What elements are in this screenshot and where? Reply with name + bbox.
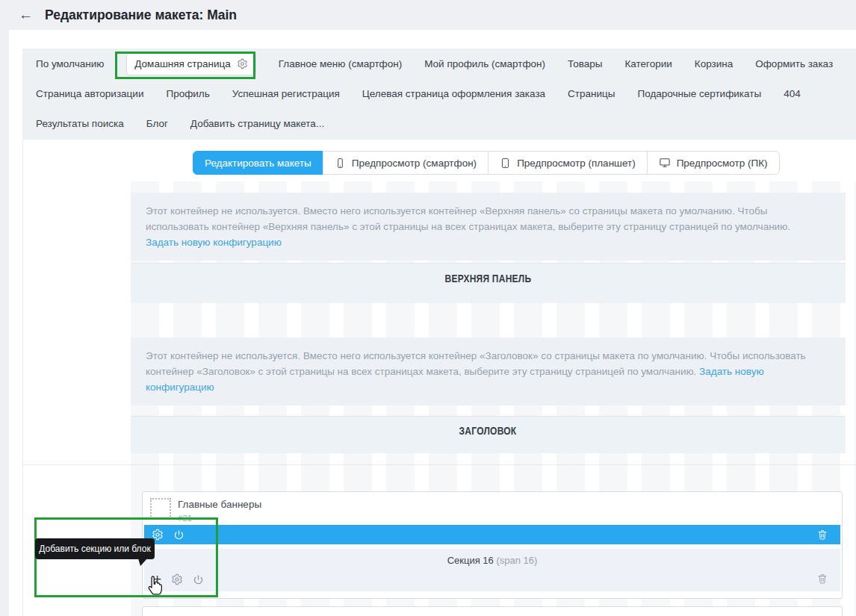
layout-pages-tab-bar: По умолчанию Домашняя страница Главное м… xyxy=(22,49,856,140)
power-icon[interactable] xyxy=(193,574,204,585)
subtab-label: Предпросмотр (ПК) xyxy=(677,158,768,169)
block-title: Главные баннеры xyxy=(150,498,840,511)
add-section-tooltip: Добавить секцию или блок xyxy=(35,538,155,559)
tab-label: Домашняя страница xyxy=(134,58,230,69)
trash-icon[interactable] xyxy=(816,529,828,541)
header-container[interactable]: ЗАГОЛОВОК xyxy=(131,416,846,453)
gear-icon[interactable] xyxy=(237,58,248,69)
set-new-configuration-link[interactable]: Задать новую конфигурацию xyxy=(146,234,831,250)
tooltip-text: Добавить секцию или блок xyxy=(39,544,150,554)
tab-default[interactable]: По умолчанию xyxy=(36,58,104,69)
layout-editor-page: ← Редактирование макета: Main По умолчан… xyxy=(0,0,856,616)
power-icon[interactable] xyxy=(173,529,184,541)
tab-search-results[interactable]: Результаты поиска xyxy=(36,118,124,129)
container-title: ВЕРХНЯЯ ПАНЕЛЬ xyxy=(445,272,532,284)
tab-main-menu-smartphone[interactable]: Главное меню (смартфон) xyxy=(279,58,402,69)
tab-checkout[interactable]: Оформить заказ xyxy=(755,58,833,69)
tab-registration-success[interactable]: Успешная регистрация xyxy=(232,88,340,99)
header-unused-note: Этот контейнер не используется. Вместо н… xyxy=(131,337,846,405)
tab-404[interactable]: 404 xyxy=(784,88,801,99)
section-divider xyxy=(22,464,856,465)
block-placeholder-icon xyxy=(150,498,171,519)
top-panel-unused-note: Этот контейнер не используется. Вместо н… xyxy=(131,193,846,261)
container-title: ЗАГОЛОВОК xyxy=(459,424,517,437)
section-span: (span 16) xyxy=(496,555,537,566)
tab-home-page[interactable]: Домашняя страница xyxy=(126,52,255,75)
tab-cart[interactable]: Корзина xyxy=(695,58,733,69)
tab-profile[interactable]: Профиль xyxy=(166,88,209,99)
tab-checkout-landing[interactable]: Целевая страница оформления заказа xyxy=(362,88,545,99)
next-container-card xyxy=(142,606,843,616)
subtab-preview-desktop[interactable]: Предпросмотр (ПК) xyxy=(647,151,780,175)
tab-row-1: По умолчанию Домашняя страница Главное м… xyxy=(22,49,856,78)
tab-auth-page[interactable]: Страница авторизации xyxy=(36,88,143,99)
tab-row-3: Результаты поиска Блог Добавить страницу… xyxy=(22,108,856,138)
block-id: #21 xyxy=(150,513,840,523)
subtab-label: Предпросмотр (смартфон) xyxy=(352,158,477,169)
subtab-label: Предпросмотр (планшет) xyxy=(517,158,636,169)
view-mode-switcher: Редактировать макеты Предпросмотр (смарт… xyxy=(193,151,780,175)
gear-icon[interactable] xyxy=(171,573,183,585)
subtab-preview-smartphone[interactable]: Предпросмотр (смартфон) xyxy=(323,151,489,175)
subtab-preview-tablet[interactable]: Предпросмотр (планшет) xyxy=(488,151,648,175)
content-container-card: Главные баннеры #21 Секция 16 (span 16) … xyxy=(142,491,843,599)
tab-my-profile-smartphone[interactable]: Мой профиль (смартфон) xyxy=(424,58,545,69)
mouse-cursor-icon xyxy=(146,575,164,600)
tab-row-2: Страница авторизации Профиль Успешная ре… xyxy=(22,78,856,108)
page-header: ← Редактирование макета: Main xyxy=(0,0,856,30)
subtab-edit-layouts[interactable]: Редактировать макеты xyxy=(193,151,323,175)
desktop-icon xyxy=(659,157,671,169)
smartphone-icon xyxy=(335,158,346,169)
tab-categories[interactable]: Категории xyxy=(624,58,672,69)
tab-blog[interactable]: Блог xyxy=(146,118,168,129)
note-text: Этот контейнер не используется. Вместо н… xyxy=(146,205,790,232)
section-16[interactable]: Секция 16 (span 16) + xyxy=(144,549,840,591)
tablet-icon xyxy=(500,158,511,169)
section-title: Секция 16 (span 16) xyxy=(144,549,840,566)
block-main-banners[interactable]: Главные баннеры #21 xyxy=(144,494,840,528)
block-toolbar xyxy=(144,525,840,544)
tab-add-layout-page[interactable]: Добавить страницу макета... xyxy=(190,118,324,129)
section-name: Секция 16 xyxy=(447,555,494,566)
page-title: Редактирование макета: Main xyxy=(45,7,237,23)
tab-products[interactable]: Товары xyxy=(568,58,602,69)
tab-gift-certificates[interactable]: Подарочные сертификаты xyxy=(638,88,762,99)
top-panel-container[interactable]: ВЕРХНЯЯ ПАНЕЛЬ xyxy=(131,263,846,303)
back-arrow-icon[interactable]: ← xyxy=(19,7,33,23)
trash-icon[interactable] xyxy=(816,573,828,585)
tab-pages[interactable]: Страницы xyxy=(568,88,615,99)
